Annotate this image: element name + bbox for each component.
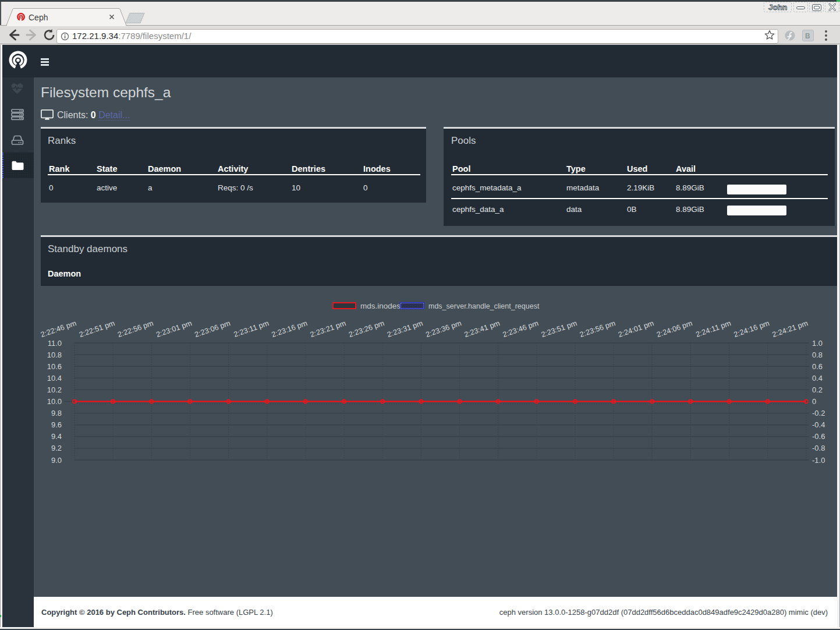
svg-text:-0.8: -0.8 <box>812 444 825 452</box>
svg-text:10.6: 10.6 <box>47 362 62 371</box>
svg-text:2:22:56 pm: 2:22:56 pm <box>116 318 154 339</box>
svg-text:2:23:21 pm: 2:23:21 pm <box>309 318 347 339</box>
svg-text:9.0: 9.0 <box>51 456 62 465</box>
svg-text:-0.4: -0.4 <box>812 420 825 429</box>
svg-text:10.4: 10.4 <box>47 374 62 383</box>
svg-text:2:23:26 pm: 2:23:26 pm <box>348 318 385 339</box>
svg-text:2:22:51 pm: 2:22:51 pm <box>78 318 116 339</box>
svg-text:1.0: 1.0 <box>812 339 823 348</box>
svg-text:2:24:01 pm: 2:24:01 pm <box>617 318 655 339</box>
svg-text:0.6: 0.6 <box>812 362 823 371</box>
svg-text:-1.0: -1.0 <box>812 456 825 465</box>
svg-text:0.8: 0.8 <box>812 351 823 359</box>
svg-text:2:23:56 pm: 2:23:56 pm <box>579 318 616 339</box>
svg-text:-0.6: -0.6 <box>812 432 825 441</box>
svg-text:-0.2: -0.2 <box>812 409 825 417</box>
svg-text:10.8: 10.8 <box>47 351 62 359</box>
svg-text:2:23:16 pm: 2:23:16 pm <box>270 318 308 339</box>
svg-text:10.0: 10.0 <box>47 397 62 406</box>
svg-text:2:23:51 pm: 2:23:51 pm <box>540 318 578 339</box>
svg-text:2:23:01 pm: 2:23:01 pm <box>155 318 193 339</box>
svg-text:0.2: 0.2 <box>812 385 823 394</box>
svg-text:9.6: 9.6 <box>51 420 62 429</box>
svg-text:2:23:06 pm: 2:23:06 pm <box>193 318 231 339</box>
svg-text:0.4: 0.4 <box>812 374 823 383</box>
svg-text:2:23:11 pm: 2:23:11 pm <box>232 318 270 339</box>
svg-text:2:23:46 pm: 2:23:46 pm <box>501 318 539 339</box>
svg-text:10.2: 10.2 <box>47 385 62 394</box>
svg-text:2:24:11 pm: 2:24:11 pm <box>694 318 732 339</box>
svg-text:0: 0 <box>812 397 816 406</box>
svg-text:2:23:31 pm: 2:23:31 pm <box>386 318 424 339</box>
svg-text:2:23:41 pm: 2:23:41 pm <box>463 318 501 339</box>
svg-text:11.0: 11.0 <box>48 339 62 348</box>
svg-text:2:24:06 pm: 2:24:06 pm <box>655 318 693 339</box>
svg-text:2:23:36 pm: 2:23:36 pm <box>424 318 462 339</box>
svg-text:9.4: 9.4 <box>51 432 62 441</box>
svg-text:2:24:16 pm: 2:24:16 pm <box>732 318 770 339</box>
svg-text:9.2: 9.2 <box>51 444 62 452</box>
svg-text:2:24:21 pm: 2:24:21 pm <box>771 318 809 339</box>
svg-text:2:22:46 pm: 2:22:46 pm <box>40 318 77 339</box>
svg-text:9.8: 9.8 <box>51 409 62 417</box>
